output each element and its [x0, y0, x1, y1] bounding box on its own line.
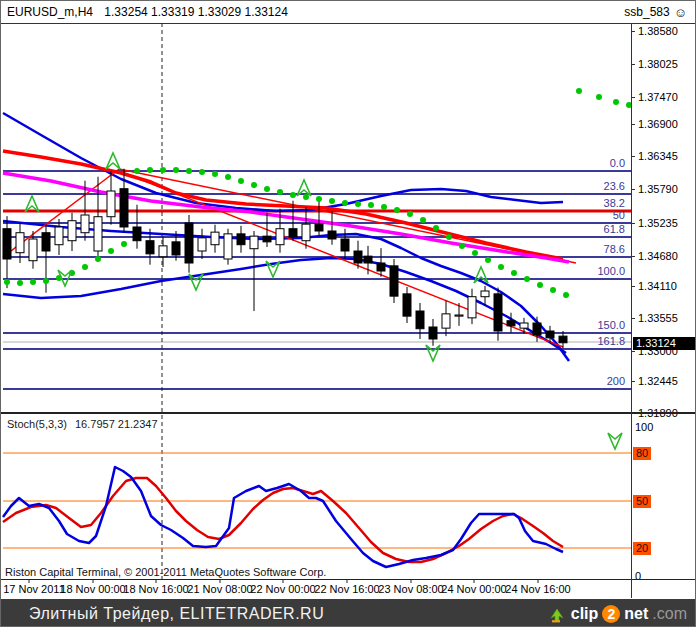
up-arrow-icon: [106, 153, 120, 169]
clip2net-text-2: 2: [602, 605, 620, 623]
sar-dot: [537, 282, 543, 288]
sar-dot: [446, 234, 452, 240]
candle-body: [159, 246, 167, 257]
price-tick-label: 1.38025: [638, 59, 678, 70]
price-tick-label: 1.34680: [638, 251, 678, 262]
up-arrow-icon: [25, 196, 39, 212]
fib-level-label: 161.8: [597, 336, 625, 347]
time-tick-label: 22 Nov 00:00: [250, 583, 315, 595]
clip2net-arrow-icon: [547, 605, 567, 623]
candle-body: [416, 311, 424, 329]
stoch-scale[interactable]: 1008050200: [1, 1, 695, 626]
candle-body: [442, 314, 450, 328]
sar-dot: [329, 198, 335, 204]
stoch-level-badge: 20: [633, 542, 651, 555]
stoch-values: 16.7957 21.2347: [75, 418, 158, 430]
fib-labels-layer: 0.023.638.25061.878.6100.0150.0161.8200: [1, 1, 695, 626]
time-axis[interactable]: 17 Nov 201118 Nov 00:0018 Nov 16:0021 No…: [1, 1, 695, 626]
ascending-trendline: [3, 169, 119, 257]
sar-dot: [199, 169, 205, 175]
clip2net-logo[interactable]: clip 2 net .com: [547, 605, 687, 623]
time-tick-label: 17 Nov 2011: [3, 583, 65, 595]
sar-dot: [108, 248, 114, 254]
candle-body: [146, 241, 154, 254]
time-tick-label: 18 Nov 00:00: [60, 583, 125, 595]
terminal-credit-text: Riston Capital Terminal, © 2001-2011 Met…: [5, 566, 326, 578]
sar-dot: [173, 167, 179, 173]
price-tick-label: 1.32445: [638, 376, 678, 387]
magenta-ma-line: [3, 173, 569, 262]
sar-dot: [613, 99, 619, 105]
sar-dot: [485, 257, 491, 263]
candle-body: [520, 323, 528, 328]
stoch-panel-separator[interactable]: [1, 412, 695, 414]
candle-body: [120, 189, 128, 227]
candle-body: [494, 294, 502, 331]
candle-body: [533, 323, 541, 335]
candle-body: [81, 215, 89, 233]
candle-body: [263, 236, 271, 242]
sar-dot: [69, 270, 75, 276]
candle-body: [55, 227, 63, 245]
main-chart-canvas[interactable]: [1, 1, 696, 599]
candle-body: [198, 238, 206, 251]
bollinger-lower-band-line: [3, 258, 566, 353]
candle-body: [377, 263, 385, 271]
candle-body: [289, 229, 297, 237]
bollinger-upper-band-line: [3, 113, 563, 211]
sar-dot: [511, 270, 517, 276]
sar-dot: [4, 279, 10, 285]
fib-level-label: 38.2: [604, 198, 625, 209]
candle-body: [429, 327, 437, 339]
up-arrow-icon: [474, 267, 488, 283]
candle-body: [559, 336, 567, 343]
sar-dot: [238, 178, 244, 184]
bottom-banner: Элитный Трейдер, ELITETRADER.RU clip 2 n…: [1, 599, 695, 627]
sar-dot: [459, 243, 465, 249]
symbol-timeframe-label: EURUSD_m,H4: [7, 5, 93, 19]
stoch-indicator-label: Stoch(5,3,3) 16.7957 21.2347: [7, 418, 158, 430]
sar-dot: [186, 168, 192, 174]
sar-dot: [420, 217, 426, 223]
price-tick-label: 1.36900: [638, 119, 678, 130]
candle-body: [16, 233, 24, 253]
candle-body: [507, 321, 515, 326]
fib-level-label: 150.0: [597, 320, 625, 331]
candle-body: [133, 227, 141, 241]
candle-body: [250, 236, 258, 249]
price-scale[interactable]: 1.385801.380251.374701.369001.363451.357…: [1, 1, 695, 626]
fib-level-label: 0.0: [610, 158, 625, 169]
candle-body: [276, 229, 284, 245]
sar-dot: [355, 201, 361, 207]
sar-dot: [368, 202, 374, 208]
sar-dot: [394, 207, 400, 213]
sar-dot: [264, 186, 270, 192]
stoch-level-badge: 80: [633, 447, 651, 460]
clip2net-text-clip: clip: [571, 605, 599, 623]
candle-body: [341, 239, 349, 251]
stoch-name: Stoch(5,3,3): [7, 418, 67, 430]
price-tick-label: 1.35235: [638, 218, 678, 229]
down-arrow-icon: [608, 433, 622, 449]
fib-level-label: 100.0: [597, 266, 625, 277]
expert-smiley-icon[interactable]: ☺: [674, 6, 687, 19]
candle-body: [354, 251, 362, 263]
candle-body: [94, 217, 102, 251]
price-tick-label: 1.38580: [638, 26, 678, 37]
stoch-scale-label: 100: [635, 422, 653, 433]
candle-body: [172, 242, 180, 255]
sar-dot: [95, 256, 101, 262]
sar-dot: [56, 275, 62, 281]
sar-dot: [524, 276, 530, 282]
expert-name-label: ssb_583: [624, 5, 669, 19]
sar-dot: [277, 189, 283, 195]
sar-dot: [596, 94, 602, 100]
candle-body: [390, 266, 398, 296]
candle-body: [468, 297, 476, 318]
fib-level-label: 23.6: [604, 181, 625, 192]
candle-body: [328, 231, 336, 239]
candle-body: [68, 221, 76, 241]
price-tick-label: 1.34110: [638, 281, 677, 292]
stoch-main-line: [3, 467, 563, 567]
scale-divider-line: [631, 23, 632, 598]
